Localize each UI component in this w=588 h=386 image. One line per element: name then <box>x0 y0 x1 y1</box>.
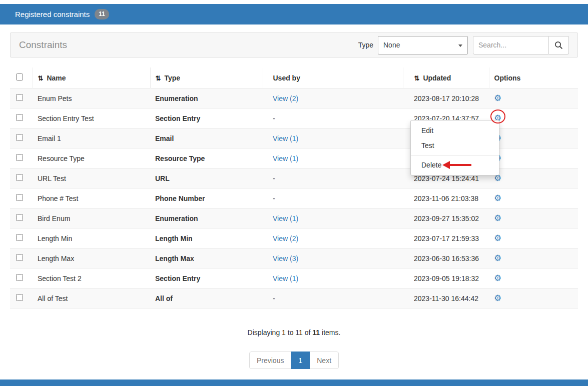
name-cell: Enum Pets <box>33 88 150 108</box>
name-cell: Section Test 2 <box>33 268 150 288</box>
row-checkbox[interactable] <box>16 134 23 141</box>
options-cell: ⚙ <box>489 188 578 208</box>
type-filter-label: Type <box>358 41 373 49</box>
gear-icon[interactable]: ⚙ <box>494 294 501 303</box>
used-by-value[interactable]: View (2) <box>273 94 298 102</box>
menu-divider <box>411 155 499 156</box>
constraint-type: Section Entry <box>155 274 200 282</box>
type-cell: All of <box>150 288 263 308</box>
chevron-down-icon <box>458 44 462 47</box>
type-cell: Enumeration <box>150 208 263 228</box>
select-all-checkbox[interactable] <box>16 74 23 80</box>
used-by-cell: View (1) <box>263 208 403 228</box>
constraint-name: Bird Enum <box>38 214 70 222</box>
row-select-cell <box>10 248 33 268</box>
gear-icon[interactable]: ⚙ <box>494 194 501 203</box>
row-checkbox[interactable] <box>16 94 23 101</box>
constraint-name: URL Test <box>38 174 66 182</box>
row-checkbox[interactable] <box>16 194 23 201</box>
used-by-value[interactable]: View (2) <box>273 234 298 242</box>
type-cell: Phone Number <box>150 188 263 208</box>
row-checkbox[interactable] <box>16 214 23 221</box>
name-cell: Resource Type <box>33 148 150 168</box>
updated-cell: 2023-11-06 21:03:38 <box>403 188 489 208</box>
gear-icon[interactable]: ⚙ <box>494 234 501 243</box>
row-checkbox[interactable] <box>16 254 23 261</box>
count-badge: 11 <box>95 9 109 19</box>
used-by-cell: - <box>263 108 403 128</box>
options-cell: ⚙ <box>489 208 578 228</box>
constraint-name: Email 1 <box>38 134 61 142</box>
search-input[interactable] <box>473 36 549 54</box>
gear-icon[interactable]: ⚙ <box>494 94 501 103</box>
column-header-name[interactable]: ⇅Name <box>33 68 150 88</box>
options-cell: ⚙ <box>489 128 578 148</box>
summary-total: 11 <box>312 328 320 336</box>
used-by-cell: - <box>263 168 403 188</box>
row-checkbox[interactable] <box>16 274 23 281</box>
used-by-value[interactable]: View (1) <box>273 154 298 162</box>
constraint-name: All of Test <box>38 294 68 302</box>
options-cell: ⚙ <box>489 88 578 108</box>
updated-cell: 2023-08-17 20:10:28 <box>403 88 489 108</box>
updated-timestamp: 2023-11-06 21:03:38 <box>414 194 478 202</box>
row-checkbox[interactable] <box>16 174 23 181</box>
search-button[interactable] <box>549 36 569 54</box>
updated-timestamp: 2023-09-27 15:35:02 <box>414 214 479 222</box>
page-title: Registered constraints <box>15 10 90 18</box>
row-select-cell <box>10 128 33 148</box>
constraint-type: Section Entry <box>155 114 200 122</box>
menu-item-delete[interactable]: Delete <box>411 158 499 172</box>
constraint-name: Length Min <box>38 234 72 242</box>
table-row: Phone # Test Phone Number - 2023-11-06 2… <box>10 188 578 208</box>
column-header-type[interactable]: ⇅Type <box>150 68 263 88</box>
pagination-previous[interactable]: Previous <box>249 352 291 369</box>
menu-item-test[interactable]: Test <box>411 138 499 153</box>
footer-bar <box>0 380 588 386</box>
row-select-cell <box>10 88 33 108</box>
pagination-next[interactable]: Next <box>309 352 339 369</box>
column-label: Used by <box>273 74 300 82</box>
constraint-type: Resource Type <box>155 154 205 162</box>
updated-cell: 2023-06-30 16:53:36 <box>403 248 489 268</box>
used-by-value[interactable]: View (1) <box>273 274 298 282</box>
row-checkbox[interactable] <box>16 294 23 301</box>
column-label: Options <box>494 74 521 82</box>
used-by-value[interactable]: View (1) <box>273 214 298 222</box>
used-by-value: - <box>273 114 275 122</box>
used-by-value: - <box>273 174 275 182</box>
gear-icon[interactable]: ⚙ <box>494 274 501 283</box>
used-by-cell: View (1) <box>263 148 403 168</box>
used-by-cell: View (1) <box>263 268 403 288</box>
constraint-type: URL <box>155 174 170 182</box>
column-label: Name <box>47 74 66 82</box>
type-cell: Section Entry <box>150 108 263 128</box>
used-by-cell: - <box>263 188 403 208</box>
column-header-updated[interactable]: ⇅Updated <box>403 68 489 88</box>
options-cell: ⚙ <box>489 268 578 288</box>
type-cell: Email <box>150 128 263 148</box>
used-by-cell: - <box>263 288 403 308</box>
used-by-value[interactable]: View (1) <box>273 134 298 142</box>
options-cell: ⚙ <box>489 228 578 248</box>
column-header-used-by: Used by <box>263 68 403 88</box>
pagination-page-1[interactable]: 1 <box>291 352 310 369</box>
constraint-name: Enum Pets <box>38 94 72 102</box>
row-checkbox[interactable] <box>16 114 23 121</box>
name-cell: Phone # Test <box>33 188 150 208</box>
gear-icon[interactable]: ⚙ <box>494 214 501 223</box>
type-filter-value: None <box>383 41 400 49</box>
options-cell: ⚙ <box>489 168 578 188</box>
type-filter-select[interactable]: None <box>378 36 468 54</box>
constraint-type: Enumeration <box>155 94 198 102</box>
constraint-type: Enumeration <box>155 214 198 222</box>
used-by-value[interactable]: View (3) <box>273 254 298 262</box>
row-checkbox[interactable] <box>16 234 23 241</box>
items-summary: Displaying 1 to 11 of 11 items. <box>10 328 578 336</box>
table-row: All of Test All of - 2023-11-30 16:44:42… <box>10 288 578 308</box>
table-row: Length Min Length Min View (2) 2023-07-1… <box>10 228 578 248</box>
row-checkbox[interactable] <box>16 154 23 161</box>
column-label: Type <box>164 74 180 82</box>
menu-item-edit[interactable]: Edit <box>411 123 499 138</box>
gear-icon[interactable]: ⚙ <box>494 254 501 263</box>
